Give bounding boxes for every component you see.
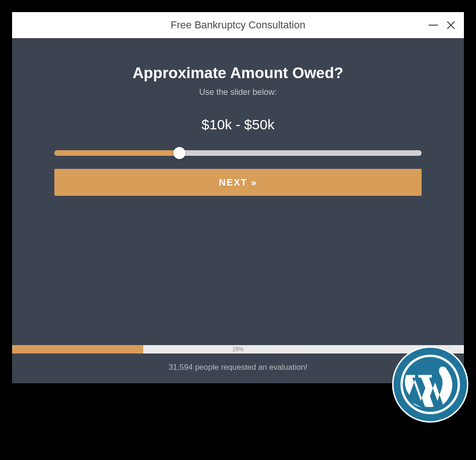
question-subtitle: Use the slider below:: [199, 87, 277, 97]
next-button[interactable]: NEXT »: [54, 169, 422, 196]
minimize-button[interactable]: [429, 25, 438, 26]
window-controls: [429, 12, 456, 38]
slider-fill: [54, 150, 179, 156]
window-title: Free Bankruptcy Consultation: [171, 19, 305, 31]
popup-window: Free Bankruptcy Consultation Approximate…: [12, 12, 464, 383]
progress-fill: [12, 345, 143, 353]
titlebar: Free Bankruptcy Consultation: [12, 12, 464, 38]
slider-track: [54, 150, 422, 156]
slider-thumb[interactable]: [173, 147, 185, 159]
question-heading: Approximate Amount Owed?: [132, 64, 343, 82]
content-area: Approximate Amount Owed? Use the slider …: [12, 38, 464, 383]
progress-label: 29%: [232, 346, 244, 353]
close-button[interactable]: [446, 20, 456, 30]
close-icon: [446, 20, 456, 30]
amount-slider[interactable]: [54, 150, 422, 156]
wordpress-icon: [392, 346, 469, 423]
slider-value-display: $10k - $50k: [202, 117, 275, 133]
wordpress-badge: [392, 346, 469, 423]
minimize-icon: [429, 25, 438, 26]
